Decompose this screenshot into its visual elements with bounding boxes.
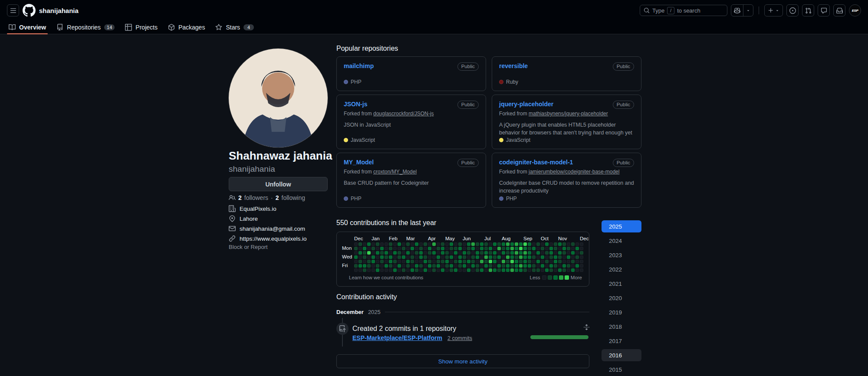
contribution-graph: DecJanFebMarAprMayJunJulAugSepOctNovDec … <box>336 232 589 287</box>
following-label[interactable]: following <box>282 194 305 201</box>
unfollow-button[interactable]: Unfollow <box>229 177 328 191</box>
contribution-cell <box>528 260 531 263</box>
profile-photo[interactable] <box>229 49 328 147</box>
contribution-cell <box>415 255 418 259</box>
contribution-cell <box>571 242 575 246</box>
contribution-cell <box>549 242 553 246</box>
following-count[interactable]: 2 <box>276 194 279 201</box>
year-2016[interactable]: 2016 <box>602 349 641 361</box>
contribution-cell <box>441 242 444 246</box>
legend-less-label: Less <box>530 275 540 280</box>
contribution-cell <box>549 268 553 272</box>
contribution-cell <box>411 255 414 259</box>
year-2015[interactable]: 2015 <box>602 363 641 376</box>
search-input[interactable]: Type / to search <box>640 5 727 16</box>
contribution-cell <box>424 247 427 250</box>
contribution-cell <box>354 268 358 272</box>
copilot-button[interactable] <box>731 5 743 16</box>
plus-icon <box>768 7 774 13</box>
tab-stars[interactable]: Stars4 <box>210 21 259 34</box>
forked-from-link[interactable]: mathiasbynens/jquery-placeholder <box>529 111 608 117</box>
unfold-activity-button[interactable] <box>583 324 590 330</box>
activity-commits-link[interactable]: 2 commits <box>447 335 472 341</box>
discussions-button[interactable] <box>818 4 830 16</box>
repo-name-link[interactable]: JSON-js <box>344 101 367 108</box>
year-2021[interactable]: 2021 <box>602 278 641 290</box>
hamburger-menu-button[interactable] <box>7 4 19 16</box>
contribution-cell <box>554 264 557 268</box>
contribution-cell <box>445 268 449 272</box>
tab-counter: 14 <box>104 24 115 30</box>
year-2023[interactable]: 2023 <box>602 249 641 261</box>
copilot-dropdown-button[interactable] <box>743 5 753 16</box>
issues-button[interactable] <box>786 4 799 16</box>
year-2024[interactable]: 2024 <box>602 235 641 247</box>
github-logo[interactable] <box>23 4 36 17</box>
language-label: Ruby <box>506 79 518 85</box>
profile-detail-mail[interactable]: shanijahania@gmail.com <box>229 225 333 232</box>
activity-repo-link[interactable]: ESP-Marketplace/ESP-Platform <box>352 334 442 341</box>
followers-count[interactable]: 2 <box>238 194 242 201</box>
tab-overview[interactable]: Overview <box>3 21 51 34</box>
contribution-cell <box>549 255 553 259</box>
package-icon <box>168 24 175 31</box>
contribution-cell <box>367 247 371 250</box>
contribution-cell <box>528 264 531 268</box>
repo-name-link[interactable]: mailchimp <box>344 62 374 69</box>
year-2022[interactable]: 2022 <box>602 263 641 275</box>
tab-projects[interactable]: Projects <box>120 21 163 34</box>
header-username-link[interactable]: shanijahania <box>39 7 79 14</box>
contribution-cell <box>558 255 562 259</box>
contribution-cell <box>411 268 414 272</box>
language-color-dot <box>344 196 348 201</box>
repo-name-link[interactable]: reversible <box>499 62 528 69</box>
copilot-icon <box>734 7 740 14</box>
followers-label[interactable]: followers <box>244 194 268 201</box>
learn-contributions-link[interactable]: Learn how we count contributions <box>349 275 423 280</box>
contribution-cell <box>385 268 388 272</box>
contribution-cell <box>376 264 379 268</box>
tab-packages[interactable]: Packages <box>163 21 210 34</box>
contribution-cell <box>380 251 384 255</box>
repo-language: PHP <box>344 196 479 202</box>
notifications-button[interactable] <box>833 4 845 16</box>
year-2017[interactable]: 2017 <box>602 335 641 347</box>
contribution-cell <box>506 255 510 259</box>
contribution-month-labels: DecJanFebMarAprMayJunJulAugSepOctNovDec <box>354 236 584 242</box>
contribution-cell <box>558 242 562 246</box>
contribution-cell <box>398 242 401 246</box>
profile-detail-organization[interactable]: EqualPixels.io <box>229 205 333 212</box>
forked-from-link[interactable]: jamierumbelow/codeigniter-base-model <box>529 169 619 175</box>
pull-requests-button[interactable] <box>802 4 814 16</box>
contribution-cell <box>393 255 397 259</box>
contribution-cell <box>354 264 358 268</box>
contribution-cell <box>480 264 483 268</box>
contribution-cell <box>545 251 549 255</box>
forked-from-link[interactable]: croxton/MY_Model <box>373 169 417 175</box>
show-more-activity-button[interactable]: Show more activity <box>336 354 589 368</box>
contribution-cell <box>406 242 410 246</box>
profile-detail-link[interactable]: https://www.equalpixels.io <box>229 235 333 242</box>
repo-name-link[interactable]: MY_Model <box>344 159 374 166</box>
profile-detail-text: shanijahania@gmail.com <box>240 226 305 232</box>
repo-name-link[interactable]: jquery-placeholder <box>499 101 553 108</box>
contribution-cell <box>393 247 397 250</box>
user-avatar-menu[interactable]: ESP <box>849 4 861 16</box>
create-new-button[interactable] <box>764 4 783 16</box>
project-icon <box>125 24 132 31</box>
repo-card: MY_ModelPublicForked from croxton/MY_Mod… <box>336 153 486 208</box>
year-2019[interactable]: 2019 <box>602 306 641 318</box>
year-2020[interactable]: 2020 <box>602 292 641 304</box>
year-2018[interactable]: 2018 <box>602 320 641 333</box>
year-2025[interactable]: 2025 <box>602 220 641 232</box>
tab-repositories[interactable]: Repositories14 <box>51 21 120 34</box>
contribution-cell <box>372 264 375 268</box>
legend-square <box>548 275 552 280</box>
contribution-cell <box>424 268 427 272</box>
forked-from-link[interactable]: douglascrockford/JSON-js <box>373 111 434 117</box>
issue-opened-icon <box>789 7 796 14</box>
profile-detail-location[interactable]: Lahore <box>229 215 333 222</box>
contribution-cell <box>458 255 462 259</box>
repo-name-link[interactable]: codeigniter-base-model-1 <box>499 159 573 166</box>
block-or-report-link[interactable]: Block or Report <box>229 244 268 250</box>
